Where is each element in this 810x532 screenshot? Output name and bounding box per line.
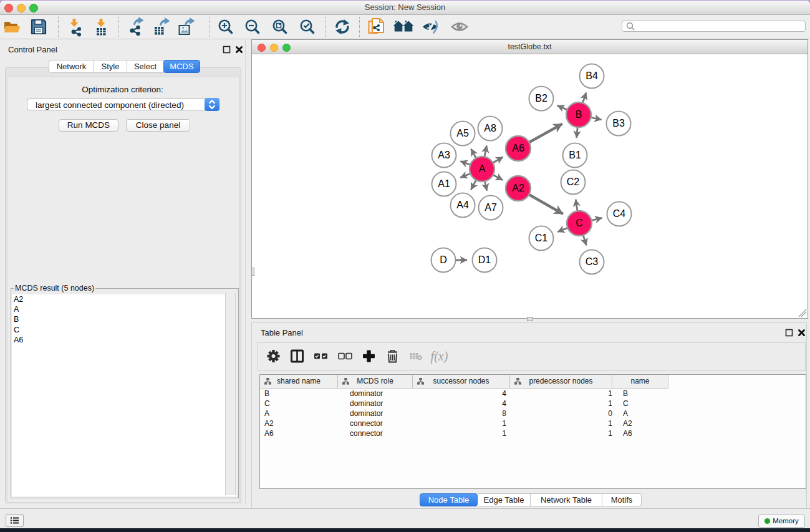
svg-text:C2: C2	[567, 177, 580, 187]
svg-text:B1: B1	[569, 150, 581, 160]
svg-text:B: B	[576, 109, 582, 120]
svg-text:B2: B2	[535, 93, 547, 104]
svg-text:A3: A3	[438, 150, 450, 160]
svg-text:A2: A2	[512, 183, 524, 193]
svg-text:A5: A5	[456, 128, 469, 138]
svg-text:C4: C4	[613, 208, 626, 219]
svg-text:A4: A4	[456, 200, 469, 210]
svg-text:B3: B3	[612, 118, 625, 128]
svg-text:D1: D1	[478, 254, 491, 265]
svg-text:C3: C3	[586, 256, 599, 267]
svg-text:A8: A8	[484, 123, 496, 133]
svg-text:D: D	[440, 254, 447, 265]
svg-text:A7: A7	[485, 202, 497, 213]
svg-text:A: A	[479, 163, 486, 174]
svg-text:C: C	[576, 218, 583, 228]
svg-text:B4: B4	[586, 70, 598, 81]
svg-text:A6: A6	[512, 143, 524, 153]
svg-text:C1: C1	[535, 233, 548, 243]
svg-text:A1: A1	[438, 178, 450, 189]
svg-text:f(x): f(x)	[431, 349, 448, 364]
